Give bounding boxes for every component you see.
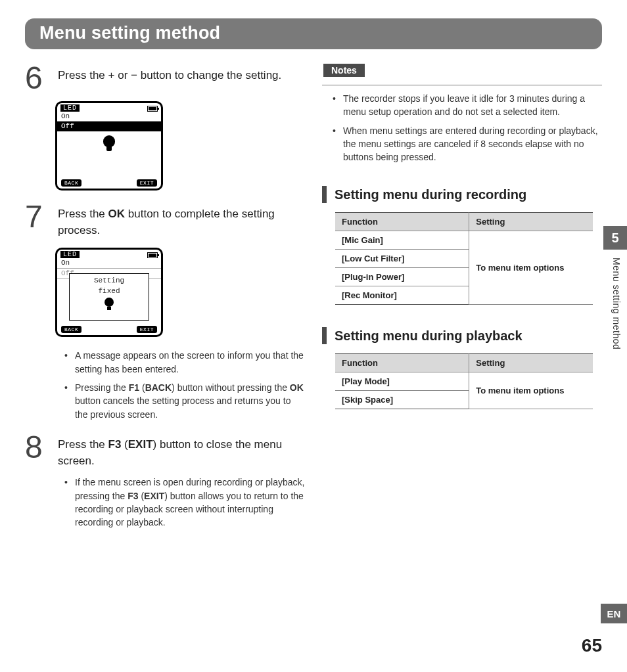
bullet: Pressing the F1 (BACK) button without pr… (64, 381, 305, 421)
step-text: Press the + or − button to change the se… (58, 64, 281, 92)
setting-cell: To menu item options (469, 231, 593, 305)
step-number: 7 (25, 202, 49, 238)
side-running-title: Menu setting method (611, 258, 622, 349)
section-playback: Setting menu during playback (322, 327, 602, 344)
step-text: Press the OK button to complete the sett… (58, 202, 305, 238)
note: The recorder stops if you leave it idle … (333, 92, 602, 119)
heading-bar-icon (322, 327, 327, 344)
softkey-back: BACK (61, 326, 81, 333)
step-6: 6 Press the + or − button to change the … (25, 64, 305, 92)
step-8-notes: If the menu screen is open during record… (64, 476, 305, 529)
table-row: [Plug-in Power] (335, 268, 469, 286)
page-number: 65 (582, 635, 602, 656)
setting-fixed-popup: Setting fixed (69, 273, 149, 320)
right-column: Notes The recorder stops if you leave it… (322, 64, 602, 541)
th-setting: Setting (469, 213, 593, 231)
device-screen-2: LED On Off Setting fixed BACK EXIT (55, 248, 163, 337)
step-7-notes: A message appears on the screen to infor… (64, 349, 305, 420)
table-row: [Rec Monitor] (335, 286, 469, 305)
table-row: [Skip Space] (335, 391, 469, 409)
battery-icon (147, 252, 158, 258)
bulb-icon (103, 135, 115, 147)
screen-option-on: On (57, 258, 161, 268)
chapter-tab: 5 (603, 226, 627, 250)
softkey-exit: EXIT (137, 326, 157, 333)
softkey-exit: EXIT (137, 179, 157, 187)
setting-cell: To menu item options (469, 372, 593, 409)
section-title: Setting menu during recording (335, 187, 526, 202)
heading-bar-icon (322, 186, 327, 203)
note: When menu settings are entered during re… (333, 124, 602, 164)
step-number: 8 (25, 433, 49, 469)
screen-title: LED (60, 251, 80, 258)
bulb-icon (104, 298, 114, 307)
th-function: Function (335, 354, 469, 372)
section-recording: Setting menu during recording (322, 186, 602, 203)
battery-icon (147, 106, 158, 112)
screen-option-on: On (57, 112, 161, 122)
table-row: [Low Cut Filter] (335, 250, 469, 268)
notes-heading: Notes (323, 64, 365, 77)
recording-table: Function Setting [Mic Gain] To menu item… (335, 212, 593, 305)
screen-title: LED (60, 104, 80, 112)
step-7: 7 Press the OK button to complete the se… (25, 202, 305, 238)
step-8: 8 Press the F3 (EXIT) button to close th… (25, 433, 305, 469)
left-column: 6 Press the + or − button to change the … (25, 64, 305, 541)
softkey-back: BACK (61, 179, 81, 187)
th-setting: Setting (469, 354, 593, 372)
bullet: If the menu screen is open during record… (64, 476, 305, 529)
page-title: Menu setting method (25, 18, 602, 49)
bullet: A message appears on the screen to infor… (64, 349, 305, 376)
table-row: [Play Mode] (335, 372, 469, 391)
table-row: [Mic Gain] (335, 231, 469, 250)
section-title: Setting menu during playback (335, 328, 522, 344)
step-text: Press the F3 (EXIT) button to close the … (58, 433, 305, 469)
screen-option-off-selected: Off (57, 122, 161, 131)
device-screen-1: LED On Off BACK EXIT (55, 101, 163, 190)
th-function: Function (335, 213, 469, 231)
step-number: 6 (25, 64, 49, 92)
language-tab: EN (601, 604, 627, 623)
notes-list: The recorder stops if you leave it idle … (333, 92, 602, 164)
playback-table: Function Setting [Play Mode] To menu ite… (335, 353, 593, 409)
